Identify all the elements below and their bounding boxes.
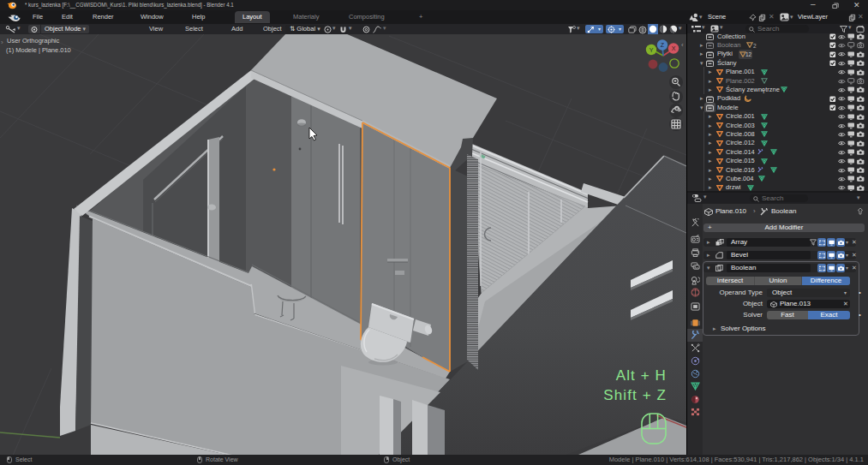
svg-text:(1) Modele | Plane.010: (1) Modele | Plane.010 [6,46,71,54]
svg-text:‹: ‹ [681,41,684,49]
svg-text:›: › [1,39,3,46]
svg-text:Z: Z [661,42,665,48]
svg-text:Y: Y [650,47,654,53]
svg-text:Shift + Z: Shift + Z [603,387,667,403]
svg-text:X: X [672,45,676,51]
svg-text:Alt + H: Alt + H [616,367,667,384]
svg-text:User Orthographic: User Orthographic [7,37,60,45]
